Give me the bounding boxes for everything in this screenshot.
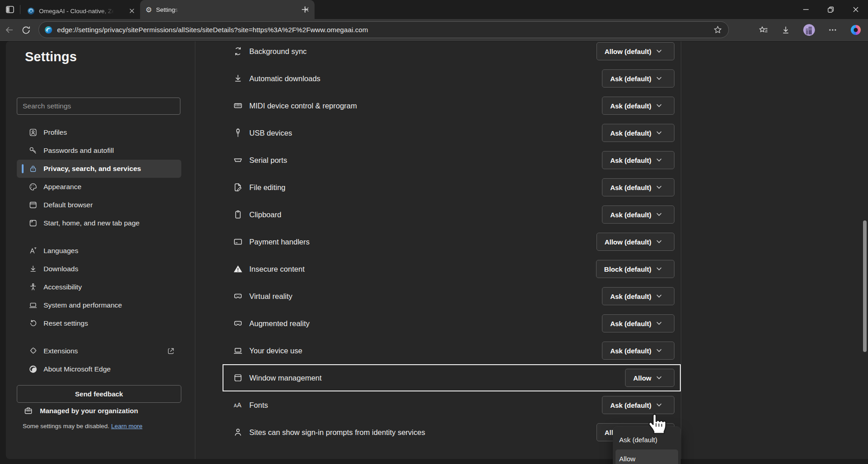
permission-value: Ask (default) [610,129,651,137]
sidebar-item-passwords-and-autofill[interactable]: Passwords and autofill [17,142,181,160]
workspaces-icon[interactable] [5,5,15,14]
downloads-icon[interactable] [781,25,790,35]
menu-option-allow[interactable]: Allow [616,449,678,464]
sidebar-item-accessibility[interactable]: Accessibility [17,278,181,296]
chevron-down-icon [656,349,662,352]
permission-value: Ask (default) [610,401,651,409]
chevron-down-icon [656,376,662,380]
browser-toolbar: edge://settings/privacy/sitePermissions/… [0,19,868,41]
permission-value: Allow [633,374,651,382]
bookmark-star-icon[interactable] [713,25,722,34]
vr-icon [233,291,243,301]
window-controls [793,0,868,19]
send-feedback-button[interactable]: Send feedback [17,385,181,403]
minimize-button[interactable] [793,0,818,19]
permission-dropdown-button[interactable]: Allow [625,369,674,387]
permission-dropdown-button[interactable]: Allow (default) [596,42,674,60]
mouse-cursor-pointer [645,412,668,437]
close-tab-icon[interactable] [128,7,136,15]
more-menu-icon[interactable] [828,25,837,35]
midi-icon [233,101,243,111]
permission-dropdown-button[interactable]: Ask (default) [602,396,674,414]
download-icon [233,73,243,83]
sidebar-item-default-browser[interactable]: Default browser [17,196,181,214]
permission-dropdown-button[interactable]: Ask (default) [602,178,674,196]
sidebar-item-profiles[interactable]: Profiles [17,123,181,142]
sidebar-item-system-and-performance[interactable]: System and performance [17,296,181,314]
sidebar-item-label: Downloads [44,265,78,273]
sidebar-item-label: Extensions [44,347,78,355]
restore-button[interactable] [818,0,843,19]
permission-label: Clipboard [249,210,281,219]
permission-label: File editing [249,183,286,192]
permission-label: Augmented reality [249,319,310,328]
permission-dropdown-button[interactable]: Ask (default) [602,342,674,360]
chevron-down-icon [656,322,662,325]
permission-dropdown-button[interactable]: Ask (default) [602,205,674,224]
sidebar-item-languages[interactable]: Languages [17,242,181,260]
permission-row-sites-can-show-sign-in-prompts-from-identity-services: Sites can show sign-in prompts from iden… [195,419,681,446]
refresh-icon[interactable] [21,25,31,35]
managed-by-organization: Managed by your organization [24,406,138,415]
back-icon[interactable] [5,25,15,35]
sidebar-item-label: Appearance [44,183,82,191]
page-scrollbar-thumb[interactable] [863,220,867,352]
sidebar-item-privacy-search-and-services[interactable]: Privacy, search, and services [17,160,181,178]
key-icon [29,146,38,155]
title-bar: OmegaAI - Cloud-native, Zero-Fo⚙Settings [0,0,868,19]
sidebar-item-extensions[interactable]: Extensions [17,342,181,360]
settings-page: Settings ProfilesPasswords and autofillP… [6,41,868,459]
favorites-icon[interactable] [759,25,768,35]
permission-row-insecure-content: Insecure contentBlock (default) [195,255,681,283]
sidebar-item-label: System and performance [44,301,122,309]
permission-dropdown-button[interactable]: Ask (default) [602,151,674,169]
sidebar-item-reset-settings[interactable]: Reset settings [17,314,181,332]
permission-row-midi-device-control-reprogram: MIDI device control & reprogramAsk (defa… [195,92,681,119]
reset-icon [29,319,38,328]
laptop-icon [29,301,38,310]
tab-title: Settings [156,6,178,13]
permission-row-serial-ports: Serial portsAsk (default) [195,147,681,174]
file-edit-icon [233,182,243,192]
address-bar[interactable]: edge://settings/privacy/sitePermissions/… [39,21,729,38]
chevron-down-icon [656,240,662,244]
sidebar-item-label: Accessibility [44,283,82,291]
toolbar-right-icons [759,19,868,41]
permission-label: Your device use [249,347,302,355]
permission-row-background-sync: Background syncAllow (default) [195,41,681,65]
profiles-icon [29,128,38,137]
sidebar-item-label: Languages [44,247,78,255]
permission-dropdown-button[interactable]: Allow (default) [596,233,674,251]
search-input[interactable] [17,98,180,115]
sidebar-item-label: Reset settings [44,319,88,327]
sidebar-item-appearance[interactable]: Appearance [17,178,181,196]
download-icon [29,264,38,274]
sidebar-item-start-home-and-new-tab-page[interactable]: Start, home, and new tab page [17,214,181,232]
permission-dropdown-button[interactable]: Ask (default) [602,287,674,305]
permission-dropdown-button[interactable]: Ask (default) [602,314,674,332]
url-text[interactable]: edge://settings/privacy/sitePermissions/… [57,26,368,34]
external-link-icon [167,347,175,355]
permission-dropdown-button[interactable]: Ask (default) [602,97,674,115]
sidebar-item-about-microsoft-edge[interactable]: About Microsoft Edge [17,360,181,378]
close-window-button[interactable] [843,0,868,19]
permission-value: Ask (default) [610,102,651,110]
permission-value: Ask (default) [610,211,651,219]
permission-dropdown-button[interactable]: Ask (default) [602,124,674,142]
puzzle-icon [29,347,38,356]
languages-icon [29,246,38,255]
permission-label: Serial ports [249,156,287,165]
svg-text:A: A [234,403,237,408]
new-tab-button[interactable] [300,5,310,15]
site-icon[interactable] [44,26,53,34]
profile-avatar[interactable] [803,24,815,36]
chevron-down-icon [656,131,662,135]
copilot-icon[interactable] [850,24,862,36]
browser-tab-1[interactable]: OmegaAI - Cloud-native, Zero-Fo [22,3,140,19]
permission-dropdown-button[interactable]: Block (default) [596,260,674,278]
sidebar-item-downloads[interactable]: Downloads [17,260,181,278]
permission-dropdown-button[interactable]: Ask (default) [602,69,674,88]
chevron-down-icon [656,49,662,53]
learn-more-link[interactable]: Learn more [111,423,142,430]
browser-tab-2[interactable]: ⚙Settings [140,0,315,19]
